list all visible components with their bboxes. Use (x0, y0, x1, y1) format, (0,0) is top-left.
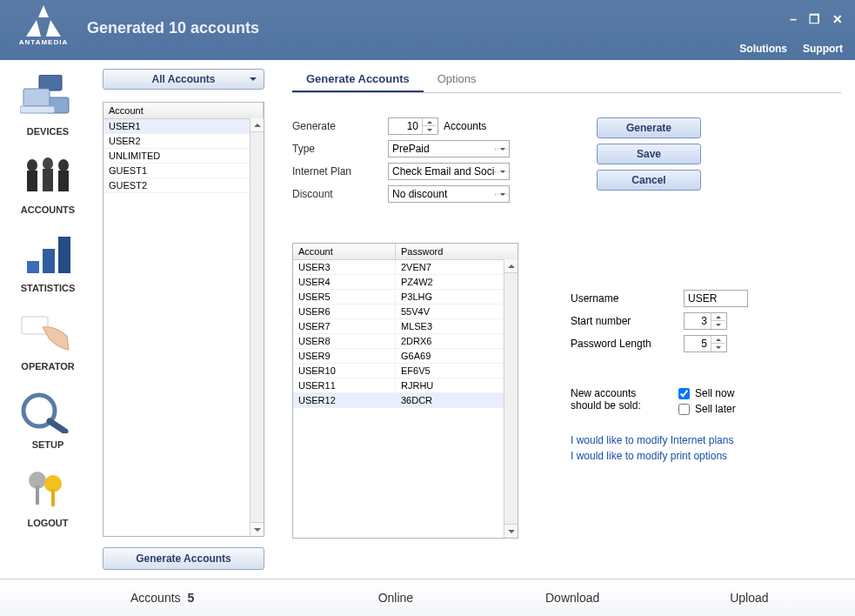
list-item[interactable]: UNLIMITED (104, 149, 250, 164)
table-row[interactable]: USER5P3LHG (293, 290, 504, 305)
svg-rect-13 (27, 261, 39, 273)
type-combo[interactable]: PrePaid (388, 140, 510, 157)
status-download[interactable]: Download (484, 591, 661, 605)
password-length-spinner[interactable] (684, 335, 727, 352)
plan-label: Internet Plan (292, 165, 388, 177)
list-item[interactable]: GUEST2 (104, 178, 250, 193)
sidebar-item-devices[interactable]: DEVICES (0, 67, 96, 145)
username-input[interactable] (684, 290, 748, 307)
sell-later-checkbox[interactable]: Sell later (678, 403, 736, 415)
list-item[interactable]: USER1 (104, 119, 250, 134)
discount-combo[interactable]: No discount (388, 185, 510, 203)
svg-rect-5 (23, 89, 50, 106)
sidebar-item-operator[interactable]: OPERATOR (0, 302, 96, 380)
scrollbar[interactable] (250, 118, 264, 536)
close-button[interactable]: ✕ (832, 12, 843, 26)
modify-plans-link[interactable]: I would like to modify Internet plans (571, 434, 841, 446)
account-list: Account USER1 USER2 UNLIMITED GUEST1 GUE… (103, 102, 264, 537)
list-item[interactable]: GUEST1 (104, 164, 250, 178)
sidebar: DEVICES ACCOUNTS STATISTICS (0, 60, 96, 579)
logo: ANTAMEDIA (0, 0, 87, 46)
titlebar: ANTAMEDIA Generated 10 accounts – ❐ ✕ So… (0, 0, 855, 60)
table-row[interactable]: USER10EF6V5 (293, 364, 504, 378)
support-link[interactable]: Support (803, 43, 843, 55)
spin-up-icon[interactable] (423, 118, 436, 126)
password-length-label: Password Length (571, 338, 684, 350)
generate-form: Generate Accounts Type PrePaid Internet (292, 117, 579, 208)
column-header-account: Account (104, 103, 264, 118)
minimize-button[interactable]: – (790, 12, 797, 26)
save-button[interactable]: Save (597, 144, 701, 164)
table-row[interactable]: USER4PZ4W2 (293, 275, 504, 290)
devices-icon (17, 72, 78, 123)
table-row[interactable]: USER7MLSE3 (293, 319, 504, 334)
sell-later-input[interactable] (678, 404, 690, 415)
spin-down-icon[interactable] (423, 126, 436, 134)
sidebar-item-logout[interactable]: LOGOUT (0, 459, 96, 537)
maximize-button[interactable]: ❐ (809, 12, 820, 26)
plan-combo[interactable]: Check Email and Social Net (388, 163, 510, 180)
tab-options[interactable]: Options (424, 69, 491, 92)
account-column: All Accounts Account USER1 USER2 UNLIMIT… (96, 60, 271, 579)
tabs: Generate Accounts Options (292, 69, 841, 93)
table-row[interactable]: USER32VEN7 (293, 260, 504, 275)
modify-print-link[interactable]: I would like to modify print options (571, 450, 841, 462)
table-row[interactable]: USER1236DCR (293, 393, 504, 408)
scroll-up-icon[interactable] (250, 118, 264, 132)
solutions-link[interactable]: Solutions (739, 43, 787, 55)
chevron-down-icon (495, 148, 509, 151)
sidebar-item-label: LOGOUT (0, 518, 96, 528)
password-length-input[interactable] (685, 336, 711, 352)
spin-down-icon[interactable] (711, 321, 725, 329)
list-item[interactable]: USER2 (104, 134, 250, 149)
generate-count-spinner[interactable] (388, 117, 438, 135)
svg-point-9 (43, 157, 53, 170)
status-upload[interactable]: Upload (661, 591, 838, 605)
username-label: Username (571, 292, 684, 305)
sidebar-item-setup[interactable]: SETUP (0, 380, 96, 459)
column-header-account[interactable]: Account (293, 244, 396, 259)
brand-text: ANTAMEDIA (19, 38, 68, 46)
main-panel: Generate Accounts Options Generate Accou… (271, 60, 855, 579)
scroll-down-icon[interactable] (504, 524, 518, 538)
spin-up-icon[interactable] (711, 336, 725, 344)
svg-rect-10 (43, 169, 53, 191)
start-number-label: Start number (571, 315, 684, 327)
start-number-spinner[interactable] (684, 312, 727, 330)
start-number-input[interactable] (685, 313, 711, 329)
sidebar-item-label: STATISTICS (0, 283, 96, 293)
account-filter-label: All Accounts (152, 73, 216, 85)
sidebar-item-statistics[interactable]: STATISTICS (0, 224, 96, 302)
sidebar-item-label: SETUP (0, 439, 96, 450)
setup-icon (17, 385, 78, 436)
status-online[interactable]: Online (307, 591, 484, 605)
logout-icon (17, 464, 78, 514)
sell-now-checkbox[interactable]: Sell now (678, 387, 736, 399)
cancel-button[interactable]: Cancel (597, 170, 701, 191)
scrollbar[interactable] (504, 259, 518, 538)
scroll-down-icon[interactable] (250, 522, 264, 536)
table-row[interactable]: USER82DRX6 (293, 334, 504, 349)
generate-button[interactable]: Generate (597, 117, 701, 138)
generate-count-input[interactable] (389, 118, 422, 134)
svg-point-11 (58, 159, 69, 171)
table-row[interactable]: USER11RJRHU (293, 378, 504, 393)
account-list-header[interactable]: Account (104, 103, 264, 119)
tab-generate-accounts[interactable]: Generate Accounts (292, 69, 424, 92)
spin-down-icon[interactable] (711, 344, 725, 352)
generate-accounts-button[interactable]: Generate Accounts (103, 547, 264, 570)
sell-now-input[interactable] (678, 388, 690, 399)
svg-rect-22 (51, 489, 55, 506)
column-header-password[interactable]: Password (396, 244, 518, 259)
account-filter-dropdown[interactable]: All Accounts (103, 69, 264, 90)
table-row[interactable]: USER9G6A69 (293, 349, 504, 364)
svg-rect-15 (58, 237, 70, 273)
spin-up-icon[interactable] (711, 313, 725, 321)
sidebar-item-accounts[interactable]: ACCOUNTS (0, 145, 96, 224)
scroll-up-icon[interactable] (504, 259, 518, 273)
statistics-icon (17, 229, 78, 279)
status-accounts[interactable]: Accounts 5 (17, 591, 307, 605)
chevron-down-icon (250, 77, 257, 81)
discount-label: Discount (292, 188, 388, 200)
table-row[interactable]: USER655V4V (293, 305, 504, 319)
